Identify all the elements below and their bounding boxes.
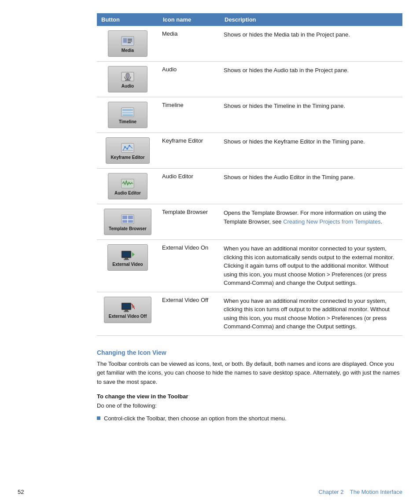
audio-button-box: Audio <box>108 66 147 92</box>
templatebrowser-label: Template Browser <box>109 226 147 231</box>
svg-point-19 <box>129 145 130 147</box>
page-number: 52 <box>18 489 24 495</box>
table-row: Timeline Timeline Shows or hides the Tim… <box>97 97 402 133</box>
svg-rect-3 <box>128 39 132 40</box>
desc-cell-timeline: Shows or hides the Timeline in the Timin… <box>220 97 402 133</box>
col-header-description: Description <box>220 13 402 26</box>
content-area: Button Icon name Description <box>97 0 402 480</box>
svg-rect-13 <box>122 114 133 116</box>
timeline-icon <box>121 107 135 119</box>
table-row: Media Media Shows or hides the Media tab… <box>97 26 402 62</box>
table-row: Keyframe Editor Keyframe Editor Shows or… <box>97 133 402 169</box>
desc-cell-audio: Shows or hides the Audio tab in the Proj… <box>220 62 402 97</box>
table-row: Audio Editor Audio Editor Shows or hides… <box>97 169 402 204</box>
svg-rect-2 <box>123 38 127 43</box>
extvideon-button-box: External Video <box>107 244 147 271</box>
col-header-button: Button <box>97 13 158 26</box>
audio-icon <box>121 71 135 84</box>
templatebrowser-icon <box>121 214 135 226</box>
svg-rect-27 <box>122 220 127 223</box>
svg-rect-31 <box>125 258 128 259</box>
extvidoff-button-box: External Video Off <box>104 297 152 323</box>
templatebrowser-button-box: Template Browser <box>104 209 151 235</box>
footer: 52 Chapter 2 The Motion Interface <box>0 480 420 504</box>
footer-chapter: Chapter 2 The Motion Interface <box>318 489 402 495</box>
svg-rect-28 <box>128 220 133 223</box>
button-cell-keyframe: Keyframe Editor <box>97 133 158 169</box>
button-cell-audio: Audio <box>97 62 158 97</box>
subsection-body: Do one of the following: <box>97 401 402 411</box>
svg-rect-25 <box>122 216 127 219</box>
iconname-cell-extvidoff: External Video Off <box>158 292 220 335</box>
desc-cell-template: Opens the Template Browser. For more inf… <box>220 204 402 240</box>
section-changing-icon-view: Changing the Icon View The Toolbar contr… <box>97 349 402 423</box>
iconname-cell-template: Template Browser <box>158 204 220 240</box>
svg-rect-37 <box>124 311 129 312</box>
media-button-box: Media <box>108 30 147 57</box>
audioeditor-label: Audio Editor <box>114 191 141 195</box>
table-row: External Video Off External Video Off Wh… <box>97 292 402 335</box>
button-cell-extvideon: External Video <box>97 240 158 292</box>
subsection-heading: To change the view in the Toolbar <box>97 393 402 400</box>
iconname-cell-audio: Audio <box>158 62 220 97</box>
col-header-iconname: Icon name <box>158 13 220 26</box>
button-cell-template: Template Browser <box>97 204 158 240</box>
desc-cell-media: Shows or hides the Media tab in the Proj… <box>220 26 402 62</box>
svg-point-17 <box>124 146 126 148</box>
iconname-cell-media: Media <box>158 26 220 62</box>
button-cell-extvidoff: External Video Off <box>97 292 158 335</box>
extvidoff-label: External Video Off <box>109 314 147 319</box>
table-row: External Video External Video On When yo… <box>97 240 402 292</box>
bullet-list: Control-click the Toolbar, then choose a… <box>97 414 402 423</box>
svg-rect-35 <box>122 304 130 309</box>
svg-rect-30 <box>122 252 130 257</box>
keyframe-button-box: Keyframe Editor <box>106 137 149 164</box>
audioeditor-icon <box>121 178 135 191</box>
desc-cell-extvideon: When you have an additional monitor conn… <box>220 240 402 292</box>
button-cell-media: Media <box>97 26 158 62</box>
desc-cell-audioeditor: Shows or hides the Audio Editor in the T… <box>220 169 402 204</box>
template-link: Creating New Projects from Templates <box>283 218 381 225</box>
audio-label: Audio <box>122 84 134 88</box>
desc-cell-extvidoff: When you have an additional monitor conn… <box>220 292 402 335</box>
svg-rect-12 <box>122 112 133 114</box>
media-label: Media <box>122 48 134 53</box>
svg-point-18 <box>126 148 128 150</box>
media-icon <box>121 36 135 48</box>
svg-rect-26 <box>128 216 133 219</box>
button-cell-audioeditor: Audio Editor <box>97 169 158 204</box>
list-item: Control-click the Toolbar, then choose a… <box>97 414 402 423</box>
svg-rect-36 <box>125 310 128 311</box>
bullet-text: Control-click the Toolbar, then choose a… <box>104 414 287 423</box>
iconname-cell-extvideon: External Video On <box>158 240 220 292</box>
keyframe-label: Keyframe Editor <box>111 155 144 160</box>
extvideon-label: External Video <box>112 262 143 267</box>
timeline-label: Timeline <box>119 119 136 124</box>
table-row: Audio Audio Shows or hides the Audio tab… <box>97 62 402 97</box>
extvideon-icon <box>121 250 135 262</box>
svg-rect-32 <box>124 259 129 260</box>
section-body: The Toolbar controls can be viewed as ic… <box>97 360 402 387</box>
chapter-name: The Motion Interface <box>350 489 402 495</box>
iconname-cell-audioeditor: Audio Editor <box>158 169 220 204</box>
page: Button Icon name Description <box>0 0 420 504</box>
svg-rect-5 <box>128 42 131 43</box>
table-row: Template Browser Template Browser Opens … <box>97 204 402 240</box>
keyframe-icon <box>121 143 135 155</box>
iconname-cell-timeline: Timeline <box>158 97 220 133</box>
svg-rect-4 <box>128 40 132 41</box>
extvidoff-icon <box>121 302 135 314</box>
audioeditor-button-box: Audio Editor <box>108 173 147 199</box>
svg-rect-7 <box>126 73 129 78</box>
desc-cell-keyframe: Shows or hides the Keyframe Editor in th… <box>220 133 402 169</box>
icon-table: Button Icon name Description <box>97 13 402 336</box>
button-cell-timeline: Timeline <box>97 97 158 133</box>
section-heading: Changing the Icon View <box>97 349 402 356</box>
table-header-row: Button Icon name Description <box>97 13 402 26</box>
iconname-cell-keyframe: Keyframe Editor <box>158 133 220 169</box>
bullet-icon <box>97 416 100 420</box>
timeline-button-box: Timeline <box>108 102 147 128</box>
svg-marker-33 <box>132 252 135 257</box>
